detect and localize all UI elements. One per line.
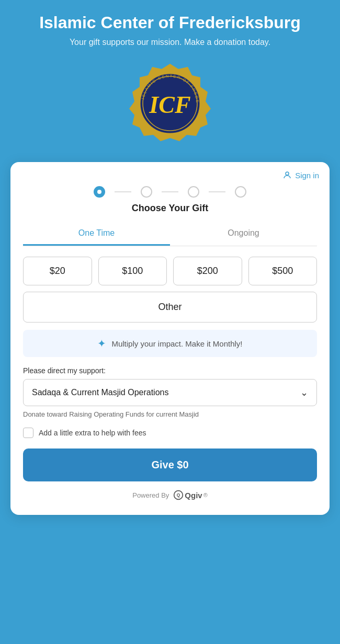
sign-in-button[interactable]: Sign in — [282, 170, 319, 180]
page-header: Islamic Center of Fredericksburg Your gi… — [0, 0, 340, 162]
sign-in-row: Sign in — [10, 162, 330, 180]
icf-logo: ICF ISLAMIC CENTER OF FREDERICKSBURG — [128, 62, 212, 145]
tab-one-time[interactable]: One Time — [23, 222, 170, 246]
amount-100[interactable]: $100 — [98, 257, 167, 285]
amount-20[interactable]: $20 — [23, 257, 92, 285]
svg-text:ICF: ICF — [149, 91, 190, 118]
chevron-down-icon: ⌄ — [300, 387, 308, 398]
step-line-2 — [162, 191, 178, 192]
support-dropdown[interactable]: Sadaqa & Current Masjid Operations ⌄ — [23, 379, 317, 406]
qgiv-brand-name: Qgiv — [185, 491, 202, 500]
monthly-banner[interactable]: ✦ Multiply your impact. Make it Monthly! — [23, 330, 317, 357]
direct-support-label: Please direct my support: — [10, 357, 330, 379]
registered-mark: ® — [203, 492, 208, 498]
svg-point-6 — [286, 172, 289, 175]
fees-checkbox-label: Add a little extra to help with fees — [39, 429, 146, 437]
give-button[interactable]: Give $0 — [23, 448, 317, 481]
powered-by-label: Powered By — [132, 491, 169, 499]
dropdown-selected-value: Sadaqa & Current Masjid Operations — [32, 388, 168, 397]
dropdown-hint: Donate toward Raising Operating Funds fo… — [10, 406, 330, 420]
amounts-grid: $20 $100 $200 $500 — [10, 246, 330, 285]
other-amount-button[interactable]: Other — [23, 292, 317, 323]
logo-container: ICF ISLAMIC CENTER OF FREDERICKSBURG — [13, 62, 327, 145]
qgiv-logo-icon: Q — [173, 490, 184, 500]
sparkle-icon: ✦ — [97, 337, 106, 350]
tab-ongoing[interactable]: Ongoing — [170, 222, 317, 246]
tabs-row: One Time Ongoing — [23, 222, 317, 246]
step-3-dot — [188, 186, 199, 198]
step-line-3 — [209, 191, 225, 192]
step-1-dot — [94, 186, 105, 198]
page-title: Islamic Center of Fredericksburg — [13, 13, 327, 32]
amount-500[interactable]: $500 — [248, 257, 318, 285]
give-button-amount: $0 — [177, 459, 188, 470]
steps-indicator — [10, 180, 330, 200]
fees-checkbox[interactable] — [23, 428, 33, 438]
donation-card: Sign in Choose Your Gift One Time Ongoin… — [10, 162, 330, 515]
fees-checkbox-row: Add a little extra to help with fees — [10, 420, 330, 438]
step-2-dot — [141, 186, 152, 198]
choose-gift-title: Choose Your Gift — [10, 203, 330, 214]
step-line-1 — [115, 191, 131, 192]
page-subtitle: Your gift supports our mission. Make a d… — [13, 38, 327, 47]
monthly-text: Multiply your impact. Make it Monthly! — [111, 339, 242, 348]
step-4-dot — [235, 186, 246, 198]
amount-200[interactable]: $200 — [173, 257, 242, 285]
give-button-label: Give — [151, 459, 177, 470]
user-icon — [282, 170, 292, 180]
svg-text:Q: Q — [177, 493, 180, 498]
powered-by-footer: Powered By Q Qgiv ® — [10, 481, 330, 502]
